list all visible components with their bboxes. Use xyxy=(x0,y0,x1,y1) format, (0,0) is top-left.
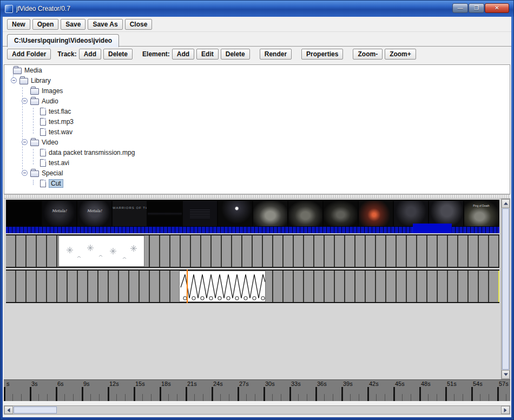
timeline-tracks: Metala! Metala! WARRIORS OF THE NET xyxy=(6,199,499,379)
ruler-minor-ticks xyxy=(4,394,510,401)
media-tree: Media Library Images Audio xyxy=(4,64,510,194)
scroll-left-button[interactable] xyxy=(4,406,13,414)
tab-bar: C:\Users\pquiring\Videos\jvideo xyxy=(3,32,511,47)
vertical-scrollbar[interactable] xyxy=(501,199,510,379)
ruler-label: 3s xyxy=(31,380,38,387)
tree-item-test-flac[interactable]: test.flac xyxy=(4,106,510,116)
zoom-in-button[interactable]: Zoom+ xyxy=(385,49,416,60)
playhead-marker[interactable] xyxy=(187,270,188,303)
tree-item-library[interactable]: Library xyxy=(4,75,510,86)
file-icon xyxy=(40,180,46,187)
add-folder-button[interactable]: Add Folder xyxy=(7,49,51,60)
video-thumbnail xyxy=(429,201,463,226)
tree-item-test-mp3[interactable]: test.mp3 xyxy=(4,116,510,127)
minimize-button[interactable]: — xyxy=(452,3,468,13)
video-thumbnail: Metala! xyxy=(42,201,76,226)
tree-item-label-selected: Cut xyxy=(49,179,63,188)
folder-icon xyxy=(30,140,39,146)
video-thumbnail xyxy=(7,201,41,226)
ruler-label: 6s xyxy=(57,380,64,387)
tree-item-audio[interactable]: Audio xyxy=(4,96,510,106)
file-icon xyxy=(40,159,46,167)
thumbnail-text: Ping of Death xyxy=(464,204,498,207)
tree-item-test-avi[interactable]: test.avi xyxy=(4,158,510,168)
scroll-right-button[interactable] xyxy=(501,406,510,414)
tree-item-label: data packet transmission.mpg xyxy=(49,149,135,156)
image-element[interactable] xyxy=(58,235,144,267)
tree-item-label: Audio xyxy=(42,97,58,105)
zoom-out-button[interactable]: Zoom- xyxy=(353,49,383,60)
tree-item-data-packet-transmission-mpg[interactable]: data packet transmission.mpg xyxy=(4,147,510,158)
tree-item-label: test.mp3 xyxy=(49,118,74,126)
close-button[interactable]: ✕ xyxy=(485,3,509,13)
track-label: Track: xyxy=(57,50,76,58)
audio-waveform xyxy=(180,271,265,301)
element-delete-button[interactable]: Delete xyxy=(221,49,250,60)
ruler-label: 42s xyxy=(369,380,379,387)
folder-icon xyxy=(13,68,22,74)
ruler-label: 54s xyxy=(473,380,483,387)
video-thumbnail xyxy=(288,201,322,226)
video-thumbnail xyxy=(394,201,428,226)
element-edit-button[interactable]: Edit xyxy=(196,49,219,60)
video-thumbnail: WARRIORS OF THE NET xyxy=(113,201,147,226)
open-button[interactable]: Open xyxy=(32,19,59,30)
tree-item-images[interactable]: Images xyxy=(4,86,510,96)
render-button[interactable]: Render xyxy=(260,49,292,60)
scroll-up-button[interactable] xyxy=(502,199,510,208)
scroll-down-button[interactable] xyxy=(502,370,510,379)
save-button[interactable]: Save xyxy=(61,19,85,30)
vertical-scrollbar-thumb[interactable] xyxy=(502,208,509,370)
tree-item-test-wav[interactable]: test.wav xyxy=(4,127,510,137)
maximize-button[interactable]: ❐ xyxy=(469,3,484,13)
tree-item-special[interactable]: Special xyxy=(4,168,510,178)
video-track-element[interactable]: Metala! Metala! WARRIORS OF THE NET xyxy=(6,200,499,233)
tree-item-media[interactable]: Media xyxy=(4,65,510,75)
ruler-label: s xyxy=(6,380,10,387)
video-thumbnail: Ping of Death xyxy=(464,201,498,226)
ruler-label: 12s xyxy=(109,380,119,387)
window-title: jfVideo Creator/0.7 xyxy=(16,5,70,12)
time-ruler: s 3s 6s 9s 12s 15s 18s 21s 24s 27s 30s 3… xyxy=(4,379,510,401)
element-add-button[interactable]: Add xyxy=(172,49,194,60)
track-delete-button[interactable]: Delete xyxy=(103,49,133,60)
main-toolbar: New Open Save Save As Close xyxy=(3,17,511,32)
tree-expand-handle[interactable] xyxy=(22,98,28,104)
tree-item-cut[interactable]: Cut xyxy=(4,178,510,188)
tree-connector-line xyxy=(33,149,34,165)
folder-icon xyxy=(30,170,39,177)
tree-item-label: test.wav xyxy=(49,128,73,136)
ruler-label: 33s xyxy=(291,380,301,387)
tree-item-video[interactable]: Video xyxy=(4,137,510,147)
tab-project-path[interactable]: C:\Users\pquiring\Videos\jvideo xyxy=(7,34,119,47)
ruler-label: 27s xyxy=(239,380,249,387)
tree-item-label: test.avi xyxy=(49,159,69,167)
tree-connector-line xyxy=(33,180,34,185)
timeline-end-marker xyxy=(498,271,499,302)
save-as-button[interactable]: Save As xyxy=(88,19,122,30)
folder-icon xyxy=(30,88,39,95)
video-thumbnail xyxy=(324,201,358,226)
track-2[interactable] xyxy=(6,234,499,268)
tree-expand-handle[interactable] xyxy=(22,139,28,145)
new-button[interactable]: New xyxy=(7,19,30,30)
file-icon xyxy=(40,149,46,156)
tree-expand-handle[interactable] xyxy=(22,170,28,176)
track-add-button[interactable]: Add xyxy=(79,49,101,60)
video-thumbnail xyxy=(218,201,252,226)
edit-toolbar: Add Folder Track: Add Delete Element: Ad… xyxy=(3,47,511,61)
audio-element[interactable] xyxy=(179,271,266,302)
splitter-handle[interactable] xyxy=(4,194,510,199)
arrow-up-icon xyxy=(504,202,508,205)
properties-button[interactable]: Properties xyxy=(301,49,343,60)
track-3[interactable] xyxy=(6,270,499,303)
tree-expand-handle[interactable] xyxy=(11,77,17,83)
tree-item-label: Video xyxy=(42,139,58,146)
ruler-label: 39s xyxy=(343,380,353,387)
horizontal-scrollbar[interactable] xyxy=(4,405,510,415)
tree-connector-line xyxy=(33,108,34,134)
element-label: Element: xyxy=(142,50,170,58)
horizontal-scrollbar-thumb[interactable] xyxy=(14,406,57,414)
close-file-button[interactable]: Close xyxy=(125,19,153,30)
arrow-down-icon xyxy=(504,373,508,376)
